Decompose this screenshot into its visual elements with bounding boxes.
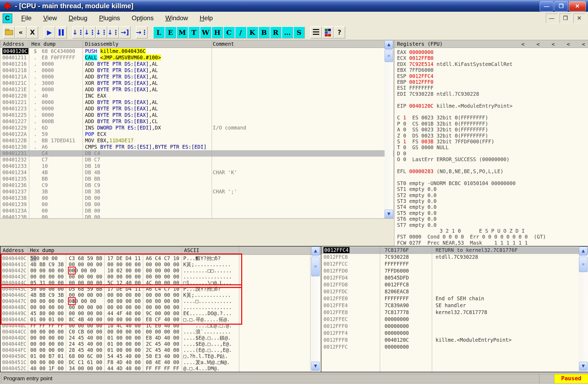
menu-file[interactable]: File	[15, 14, 37, 22]
stack-row[interactable]: 0012FFFC00000000	[321, 344, 588, 351]
address-cell[interactable]: 0040121A	[2, 74, 27, 80]
go-to-address-icon[interactable]: →⋮	[136, 26, 148, 39]
register-line[interactable]: EDX 7C92E514 ntdll.KiFastSystemCallRet	[397, 61, 513, 67]
col-header-comment[interactable]: Comment	[213, 41, 234, 47]
menu-plugins[interactable]: Plugins	[93, 14, 126, 22]
address-cell[interactable]: 00401216	[2, 61, 27, 67]
stack-row[interactable]: 0012FFF80040120Ckillme.<ModuleEntryPoint…	[321, 337, 588, 344]
stack-scrollbar[interactable]: ▲ ≡ ▼	[579, 247, 587, 371]
scroll-thumb[interactable]: ≡	[385, 50, 393, 62]
register-line[interactable]: ST0 empty -UNORM BCBC 01050104 00000000	[397, 180, 515, 186]
scroll-up-icon[interactable]: ▲	[579, 247, 587, 256]
debug-options-icon[interactable]	[310, 26, 322, 39]
disasm-row[interactable]: 00401231C4DB C4	[0, 150, 394, 157]
disasm-row[interactable]: 00401227.000BADD BYTE PTR DS:[EBX],CL	[0, 118, 394, 125]
dump-row[interactable]: 004044DC00 00 00 0024 45 40 0001 00 00 0…	[1, 335, 321, 341]
register-line[interactable]: 3 2 1 0 E S P U O Z D I	[397, 228, 525, 234]
register-line[interactable]: ECX 0012FFB0	[397, 55, 433, 61]
run-icon[interactable]: ▶	[44, 26, 55, 39]
register-line[interactable]: EDI 7C930228 ntdll.7C930228	[397, 91, 479, 97]
dump-row[interactable]: 0040445C50 00 00 00D5 68 59 BB17 DE D4 1…	[1, 286, 321, 292]
stack-row[interactable]: 0012FFC87C930228ntdll.7C930228	[321, 254, 588, 261]
dump-row[interactable]: 0040442C00 00 00 0000 00 00 0010 02 00 0…	[1, 268, 321, 274]
registers-panel[interactable]: Registers (FPU) < < < < < EAX 00000000EC…	[394, 40, 588, 247]
register-line[interactable]: S 1 FS 003B 32bit 7FFDF000(FFF)	[397, 139, 494, 144]
collapse-chevron[interactable]: <	[552, 41, 555, 47]
dump-row[interactable]: 0040450C01 00 B7 0168 00 6C 0054 45 40 0…	[1, 353, 321, 359]
address-cell[interactable]: 00401221	[2, 99, 27, 105]
dump-row[interactable]: 0040452C40 00 1F 0034 00 00 0044 4D 40 0…	[1, 365, 321, 372]
col-header-hexdump[interactable]: Hex dump	[31, 41, 56, 47]
stack-row[interactable]: 0012FFC47C81776FRETURN to kernel32.7C817…	[321, 247, 588, 254]
disasm-row[interactable]: 00401220.40INC EAX	[0, 93, 394, 99]
disasm-row[interactable]: 00401232C7DB C7	[0, 157, 394, 163]
dump-row[interactable]: 0040444C05 31 00 0000 00 00 005C 12 40 0…	[1, 280, 321, 286]
disasm-row[interactable]: 0040122A.59POP ECX	[0, 131, 394, 137]
scroll-down-icon[interactable]: ▼	[311, 362, 320, 371]
mdi-minimize-button[interactable]: —	[546, 13, 558, 23]
address-cell[interactable]: 0040121E	[2, 86, 27, 93]
dump-row[interactable]: 0040443C00 00 00 0000 00 00 0000 00 00 0…	[1, 274, 321, 280]
collapse-chevron[interactable]: <	[536, 41, 540, 47]
stack-panel[interactable]: 0012FFC47C81776FRETURN to kernel32.7C817…	[321, 246, 588, 372]
disasm-row[interactable]: 00401230.A6CMPS BYTE PTR DS:[ESI],BYTE P…	[0, 144, 394, 150]
scroll-up-icon[interactable]: ▲	[385, 40, 393, 49]
view-source-icon[interactable]: S	[293, 26, 305, 39]
view-run-trace-icon[interactable]: …	[282, 26, 293, 39]
close-program-icon[interactable]: X	[27, 26, 38, 39]
register-line[interactable]: ST1 empty 0.0	[397, 186, 437, 192]
animate-over-icon[interactable]: ↓⋮	[107, 26, 119, 39]
hex-dump-panel[interactable]: Address Hex dump ASCII 0040440C50 00 00 …	[0, 246, 322, 372]
disasm-row[interactable]: 00401223.0000ADD BYTE PTR DS:[EAX],AL	[0, 106, 394, 112]
col-header-hexdump[interactable]: Hex dump	[30, 247, 54, 253]
address-cell[interactable]: 00401211	[2, 55, 27, 61]
menu-view[interactable]: View	[37, 14, 63, 22]
disasm-row[interactable]: 00401218.0000ADD BYTE PTR DS:[EAX],AL	[0, 67, 394, 74]
stack-row[interactable]: 0012FFE87C817778kernel32.7C817778	[321, 309, 588, 316]
dump-row[interactable]: 004044EC00 00 00 0024 45 40 0001 00 00 0…	[1, 341, 321, 347]
dump-scrollbar[interactable]: ▲ ≡ ▼	[311, 247, 320, 371]
disasm-row[interactable]: 004012373BDB 3BCHAR ';'	[0, 189, 394, 195]
dump-row[interactable]: 0040447C00 00 00 0001 00 00 0000 00 00 0…	[1, 298, 321, 304]
address-cell[interactable]: 00401230	[2, 144, 27, 150]
view-call-stack-icon[interactable]: K	[246, 26, 258, 39]
stack-row[interactable]: 0012FFE0FFFFFFFFEnd of SEH chain	[321, 295, 588, 302]
disasm-row[interactable]: 0040120C$68 6C434000PUSH killme.0040436C	[0, 48, 394, 55]
disassembly-panel[interactable]: Address Hex dump Disassembly Comment 004…	[0, 40, 394, 219]
address-cell[interactable]: 00401238	[2, 195, 27, 201]
disasm-row[interactable]: 00401229.6DINS DWORD PTR ES:[EDI],DXI/O …	[0, 125, 394, 131]
register-line[interactable]: EIP 0040120C killme.<ModuleEntryPoint>	[397, 103, 513, 109]
stack-row[interactable]: 0012FFCCFFFFFFFF	[321, 261, 588, 268]
address-cell[interactable]: 00401232	[2, 157, 27, 163]
dump-row[interactable]: 0040446C4B BB C9 3B00 00 00 0000 00 00 0…	[1, 292, 321, 298]
cpu-window-icon[interactable]: C	[3, 14, 12, 23]
address-cell[interactable]: 00401229	[2, 125, 27, 131]
stack-row[interactable]: 0012FFD480545DFD	[321, 275, 588, 282]
disasm-row[interactable]: 00401225.0000ADD BYTE PTR DS:[EAX],AL	[0, 112, 394, 118]
maximize-button[interactable]: ❐	[554, 1, 568, 11]
address-cell[interactable]: 00401235	[2, 176, 27, 182]
menu-help[interactable]: Help	[194, 14, 219, 22]
view-log-icon[interactable]: L	[153, 26, 165, 39]
view-handles-icon[interactable]: H	[211, 26, 223, 39]
col-header-ascii[interactable]: ASCII	[184, 247, 199, 253]
register-line[interactable]: ESI FFFFFFFF	[397, 85, 433, 91]
view-threads-icon[interactable]: T	[188, 26, 200, 39]
register-line[interactable]: O 0 LastErr ERROR_SUCCESS (00000000)	[397, 156, 509, 162]
view-patches-icon[interactable]: /	[235, 26, 246, 39]
disasm-row[interactable]: 00401236C9DB C9	[0, 182, 394, 189]
register-line[interactable]: ST6 empty 0.0	[397, 216, 437, 222]
address-cell[interactable]: 0040122A	[2, 131, 27, 137]
address-cell[interactable]: 0040123B	[2, 214, 27, 219]
register-line[interactable]: ST4 empty 0.0	[397, 204, 437, 210]
minimize-button[interactable]: —	[540, 1, 553, 11]
col-header-address[interactable]: Address	[3, 247, 24, 253]
pause-icon[interactable]	[55, 26, 67, 39]
register-line[interactable]: ST2 empty 0.0	[397, 192, 437, 198]
register-line[interactable]: Z 0 DS 0023 32bit 0(FFFFFFFF)	[397, 133, 488, 139]
open-file-icon[interactable]	[3, 26, 15, 39]
register-line[interactable]: ST5 empty 0.0	[397, 210, 437, 216]
dump-row[interactable]: 004044FC00 00 00 0028 45 40 0001 00 00 0…	[1, 347, 321, 353]
col-header-disassembly[interactable]: Disassembly	[85, 41, 118, 47]
address-cell[interactable]: 00401223	[2, 106, 27, 112]
